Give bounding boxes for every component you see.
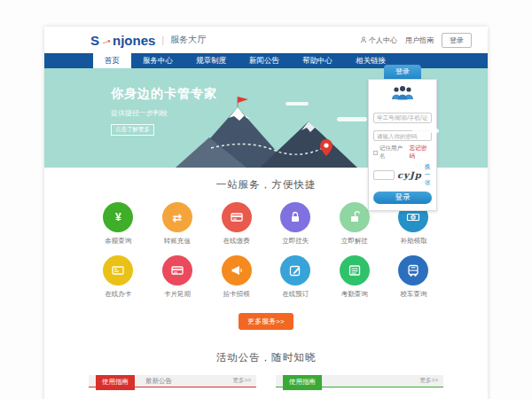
- service-attendance-inquiry[interactable]: 考勤查询: [325, 255, 385, 299]
- remember-checkbox[interactable]: [373, 151, 378, 155]
- lock-icon: [288, 210, 302, 224]
- user-guide-link[interactable]: 用户指南: [405, 35, 434, 45]
- user-guide-label: 用户指南: [405, 35, 434, 45]
- announcements-section: 活动公告，随时知晓 使用指南 最新公告 更多>> 使用指南 更多>>: [44, 342, 488, 399]
- unlock-icon: [348, 210, 362, 224]
- captcha-input[interactable]: [373, 170, 395, 180]
- captcha-image[interactable]: cyJp: [397, 170, 422, 180]
- brand-logo[interactable]: S→njones: [90, 33, 155, 48]
- card-icon: [111, 263, 125, 278]
- site-title: 服务大厅: [170, 34, 206, 46]
- announcement-panels: 使用指南 最新公告 更多>> 使用指南 更多>>: [89, 375, 443, 387]
- service-card-extension[interactable]: 卡片延期: [148, 255, 207, 299]
- right-ribbon-tab[interactable]: 使用指南: [283, 375, 322, 390]
- right-more-link[interactable]: 更多>>: [419, 377, 438, 385]
- mountains-illustration: [176, 95, 366, 168]
- captcha-row: cyJp 换一张: [373, 163, 432, 187]
- left-more-link[interactable]: 更多>>: [232, 377, 251, 385]
- logo-text2: njones: [113, 33, 155, 48]
- bus-icon: [406, 263, 420, 278]
- service-online-payment[interactable]: 在线缴费: [207, 202, 266, 246]
- service-lost-card-claim[interactable]: 拾卡招领: [207, 255, 266, 299]
- username-input[interactable]: [373, 113, 432, 123]
- right-panel-header: 使用指南 更多>>: [276, 375, 443, 387]
- nav-item-news[interactable]: 新闻公告: [238, 53, 291, 68]
- service-report-loss[interactable]: 立即挂失: [266, 202, 325, 246]
- yen-icon: ¥: [115, 211, 121, 223]
- login-panel: 登录 记住用户名 忘记密码 cyJ: [368, 65, 437, 211]
- login-submit-button[interactable]: 登录: [373, 192, 432, 204]
- announcement-panel-right: 使用指南 更多>>: [276, 375, 443, 387]
- nav-item-home[interactable]: 首页: [93, 53, 131, 68]
- schedule-icon: [348, 263, 362, 278]
- more-services-button[interactable]: 更多服务>>: [239, 313, 293, 330]
- forgot-password-link[interactable]: 忘记密码: [410, 145, 432, 160]
- login-tab[interactable]: 登录: [384, 65, 421, 79]
- header: S→njones | 服务大厅 个人中心 用户指南 登录: [44, 27, 488, 53]
- service-balance-inquiry[interactable]: ¥ 余额查询: [89, 202, 148, 246]
- edit-icon: [288, 263, 302, 278]
- personal-center-link[interactable]: 个人中心: [360, 35, 397, 45]
- bank-card-icon: [230, 210, 244, 224]
- megaphone-icon: [230, 263, 244, 278]
- left-panel-header: 使用指南 最新公告 更多>>: [89, 375, 256, 387]
- services-more-wrap: 更多服务>>: [89, 311, 443, 330]
- service-transfer-recharge[interactable]: ⇄ 转账充值: [148, 202, 207, 246]
- nav-item-rules[interactable]: 规章制度: [184, 53, 238, 68]
- announcements-title: 活动公告，随时知晓: [89, 351, 443, 364]
- left-ribbon-tab[interactable]: 使用指南: [96, 375, 135, 390]
- latest-announcements-tab[interactable]: 最新公告: [145, 377, 172, 386]
- services-grid: ¥ 余额查询 ⇄ 转账充值 在线缴费 立即挂失: [89, 202, 443, 309]
- nav-item-service-center[interactable]: 服务中心: [131, 53, 184, 68]
- captcha-refresh-link[interactable]: 换一张: [425, 163, 432, 187]
- site-container: S→njones | 服务大厅 个人中心 用户指南 登录 首页 服务中心 规章制…: [44, 27, 488, 399]
- hero-cta-button[interactable]: 点击了解更多: [111, 124, 154, 136]
- service-school-bus-inquiry[interactable]: 校车查询: [384, 255, 443, 299]
- remember-row: 记住用户名 忘记密码: [373, 145, 432, 160]
- header-links: 个人中心 用户指南 登录: [360, 33, 472, 48]
- logo-divider: |: [161, 35, 164, 45]
- cloud-decoration: [412, 129, 439, 133]
- card-icon: [170, 263, 184, 278]
- service-online-booking[interactable]: 在线预订: [266, 255, 325, 299]
- login-card: 记住用户名 忘记密码 cyJp 换一张 登录: [368, 79, 437, 211]
- header-login-button[interactable]: 登录: [442, 33, 472, 48]
- remember-label: 记住用户名: [379, 145, 408, 160]
- service-online-card-apply[interactable]: 在线办卡: [89, 255, 148, 299]
- nav-item-help-center[interactable]: 帮助中心: [291, 53, 344, 68]
- page-canvas: S→njones | 服务大厅 个人中心 用户指南 登录 首页 服务中心 规章制…: [0, 0, 532, 399]
- banknote-icon: [406, 210, 420, 224]
- personal-center-label: 个人中心: [369, 35, 397, 45]
- announcement-panel-left: 使用指南 最新公告 更多>>: [89, 375, 256, 387]
- person-icon: [360, 36, 367, 43]
- transfer-arrows-icon: ⇄: [172, 211, 182, 224]
- users-group-icon: [373, 85, 432, 104]
